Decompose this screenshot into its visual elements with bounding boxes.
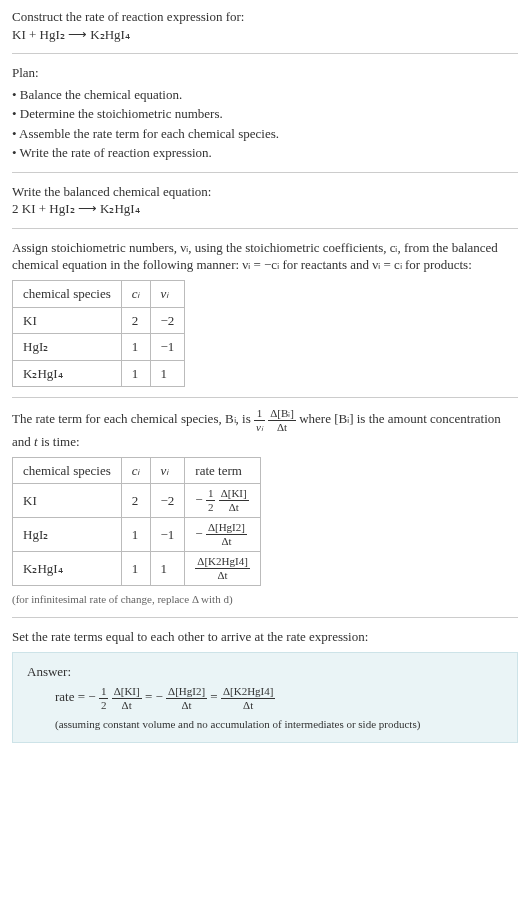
cell-v: 1 bbox=[150, 360, 185, 387]
col-species: chemical species bbox=[13, 281, 122, 308]
col-v: νᵢ bbox=[150, 457, 185, 484]
divider bbox=[12, 397, 518, 398]
divider bbox=[12, 53, 518, 54]
cell-species: K₂HgI₄ bbox=[13, 360, 122, 387]
cell-species: KI bbox=[13, 484, 122, 518]
cell-c: 1 bbox=[121, 518, 150, 552]
stoich-table: chemical species cᵢ νᵢ KI 2 −2 HgI₂ 1 −1… bbox=[12, 280, 185, 387]
rate-term-text: The rate term for each chemical species,… bbox=[12, 408, 518, 451]
final-block: Set the rate terms equal to each other t… bbox=[12, 628, 518, 743]
cell-c: 1 bbox=[121, 360, 150, 387]
cell-c: 1 bbox=[121, 334, 150, 361]
rate-delta-frac: Δ[HgI2] Δt bbox=[166, 686, 207, 711]
cell-c: 1 bbox=[121, 552, 150, 586]
plan-item: Balance the chemical equation. bbox=[12, 86, 518, 104]
final-heading: Set the rate terms equal to each other t… bbox=[12, 628, 518, 646]
infinitesimal-note: (for infinitesimal rate of change, repla… bbox=[12, 592, 518, 607]
frac-den: Δt bbox=[166, 699, 207, 711]
balanced-heading: Write the balanced chemical equation: bbox=[12, 183, 518, 201]
rate-delta-frac: Δ[K2HgI4] Δt bbox=[221, 686, 275, 711]
frac-den: Δt bbox=[219, 501, 249, 513]
rate-coeff-frac: 1 2 bbox=[99, 686, 109, 711]
cell-species: HgI₂ bbox=[13, 518, 122, 552]
equals: = − bbox=[145, 690, 163, 705]
frac-num: Δ[Bᵢ] bbox=[268, 408, 296, 421]
cell-c: 2 bbox=[121, 484, 150, 518]
table-row: KI 2 −2 bbox=[13, 307, 185, 334]
cell-v: −1 bbox=[150, 334, 185, 361]
frac-den: Δt bbox=[221, 699, 275, 711]
rate-delta-frac: Δ[KI] Δt bbox=[112, 686, 142, 711]
cell-v: −2 bbox=[150, 484, 185, 518]
frac-num: Δ[KI] bbox=[219, 488, 249, 501]
rate-delta-frac: Δ[K2HgI4] Δt bbox=[195, 556, 249, 581]
rate-table: chemical species cᵢ νᵢ rate term KI 2 −2… bbox=[12, 457, 261, 587]
frac-num: Δ[HgI2] bbox=[206, 522, 247, 535]
frac-num: Δ[K2HgI4] bbox=[195, 556, 249, 569]
frac-num: Δ[K2HgI4] bbox=[221, 686, 275, 699]
cell-v: −2 bbox=[150, 307, 185, 334]
rate-delta-frac: Δ[HgI2] Δt bbox=[206, 522, 247, 547]
cell-rate: − Δ[HgI2] Δt bbox=[185, 518, 260, 552]
frac-den: Δt bbox=[268, 421, 296, 433]
balanced-equation: 2 KI + HgI₂ ⟶ K₂HgI₄ bbox=[12, 200, 518, 218]
stoich-block: Assign stoichiometric numbers, νᵢ, using… bbox=[12, 239, 518, 387]
frac-den: νᵢ bbox=[254, 421, 265, 433]
frac-num: 1 bbox=[99, 686, 109, 699]
cell-v: 1 bbox=[150, 552, 185, 586]
cell-v: −1 bbox=[150, 518, 185, 552]
col-c: cᵢ bbox=[121, 281, 150, 308]
plan-item: Assemble the rate term for each chemical… bbox=[12, 125, 518, 143]
answer-label: Answer: bbox=[27, 663, 503, 681]
frac-num: 1 bbox=[206, 488, 216, 501]
table-header-row: chemical species cᵢ νᵢ rate term bbox=[13, 457, 261, 484]
col-rate: rate term bbox=[185, 457, 260, 484]
rate-delta-frac: Δ[Bᵢ] Δt bbox=[268, 408, 296, 433]
balanced-block: Write the balanced chemical equation: 2 … bbox=[12, 183, 518, 218]
rate-text-pre: The rate term for each chemical species,… bbox=[12, 412, 254, 427]
frac-den: Δt bbox=[112, 699, 142, 711]
col-species: chemical species bbox=[13, 457, 122, 484]
table-row: HgI₂ 1 −1 − Δ[HgI2] Δt bbox=[13, 518, 261, 552]
frac-num: Δ[KI] bbox=[112, 686, 142, 699]
plan-item: Determine the stoichiometric numbers. bbox=[12, 105, 518, 123]
plan-item: Write the rate of reaction expression. bbox=[12, 144, 518, 162]
answer-assumption: (assuming constant volume and no accumul… bbox=[55, 717, 503, 732]
table-row: K₂HgI₄ 1 1 Δ[K2HgI4] Δt bbox=[13, 552, 261, 586]
rate-prefix: − bbox=[195, 526, 202, 541]
answer-box: Answer: rate = − 1 2 Δ[KI] Δt = − Δ[HgI2… bbox=[12, 652, 518, 743]
plan-block: Plan: Balance the chemical equation. Det… bbox=[12, 64, 518, 162]
table-header-row: chemical species cᵢ νᵢ bbox=[13, 281, 185, 308]
frac-den: Δt bbox=[206, 535, 247, 547]
cell-rate: − 1 2 Δ[KI] Δt bbox=[185, 484, 260, 518]
frac-num: Δ[HgI2] bbox=[166, 686, 207, 699]
answer-rate-expression: rate = − 1 2 Δ[KI] Δt = − Δ[HgI2] Δt = Δ… bbox=[55, 686, 503, 711]
stoich-text: Assign stoichiometric numbers, νᵢ, using… bbox=[12, 239, 518, 274]
intro-block: Construct the rate of reaction expressio… bbox=[12, 8, 518, 43]
rate-coeff-frac: 1 2 bbox=[206, 488, 216, 513]
plan-list: Balance the chemical equation. Determine… bbox=[12, 86, 518, 162]
cell-species: K₂HgI₄ bbox=[13, 552, 122, 586]
frac-den: 2 bbox=[206, 501, 216, 513]
frac-num: 1 bbox=[254, 408, 265, 421]
rate-coeff-frac: 1 νᵢ bbox=[254, 408, 265, 433]
cell-species: KI bbox=[13, 307, 122, 334]
rate-text-post: is time: bbox=[38, 434, 80, 449]
col-v: νᵢ bbox=[150, 281, 185, 308]
divider bbox=[12, 228, 518, 229]
plan-heading: Plan: bbox=[12, 64, 518, 82]
intro-title: Construct the rate of reaction expressio… bbox=[12, 8, 518, 26]
table-row: HgI₂ 1 −1 bbox=[13, 334, 185, 361]
divider bbox=[12, 617, 518, 618]
cell-species: HgI₂ bbox=[13, 334, 122, 361]
rate-delta-frac: Δ[KI] Δt bbox=[219, 488, 249, 513]
divider bbox=[12, 172, 518, 173]
cell-c: 2 bbox=[121, 307, 150, 334]
rate-term-block: The rate term for each chemical species,… bbox=[12, 408, 518, 607]
frac-den: Δt bbox=[195, 569, 249, 581]
table-row: KI 2 −2 − 1 2 Δ[KI] Δt bbox=[13, 484, 261, 518]
cell-rate: Δ[K2HgI4] Δt bbox=[185, 552, 260, 586]
intro-equation: KI + HgI₂ ⟶ K₂HgI₄ bbox=[12, 26, 518, 44]
equals: = bbox=[210, 690, 221, 705]
col-c: cᵢ bbox=[121, 457, 150, 484]
